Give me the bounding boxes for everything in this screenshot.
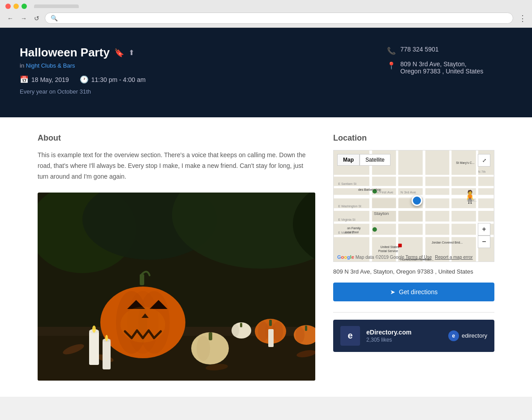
svg-rect-46 (334, 208, 493, 211)
edirectory-logo-icon: e (448, 330, 459, 341)
svg-text:St Mary's C...: St Mary's C... (456, 161, 474, 165)
event-header: Halloween Party 🔖 ⬆ in Night Clubs & Bar… (0, 28, 532, 117)
svg-rect-50 (334, 235, 493, 237)
edirectory-logo: e edirectory (448, 330, 487, 341)
event-title: Halloween Party (20, 46, 110, 60)
event-time: 🕐 11:30 pm - 4:00 am (80, 75, 146, 84)
svg-text:Jordan Covered Brid...: Jordan Covered Brid... (432, 241, 463, 244)
event-date: 📅 18 May, 2019 (20, 75, 69, 84)
about-text: This is example text for the overview se… (38, 150, 315, 182)
report-map-link[interactable]: Report a map error (435, 255, 472, 260)
svg-text:N 3rd Ave: N 3rd Ave (400, 190, 416, 194)
svg-rect-35 (89, 331, 99, 365)
svg-text:E Virginia St: E Virginia St (338, 218, 355, 222)
svg-text:E Washington St: E Washington St (338, 205, 361, 208)
content-right: Location (333, 133, 494, 381)
map-view-button[interactable]: Map (337, 154, 360, 166)
map-fullscreen-button[interactable]: ⤢ (478, 154, 490, 167)
map-footer: Google Map data ©2019 Google Terms of Us… (337, 254, 473, 260)
svg-rect-56 (372, 197, 396, 208)
map-zoom-controls: + − (478, 223, 490, 248)
svg-text:des Barber shop: des Barber shop (358, 188, 381, 192)
svg-point-40 (105, 335, 108, 341)
svg-text:United States: United States (381, 245, 399, 249)
search-icon: 🔍 (51, 15, 58, 21)
location-section-title: Location (333, 133, 494, 143)
svg-rect-53 (423, 150, 425, 261)
directions-icon: ➤ (390, 288, 395, 296)
terms-link[interactable]: Terms of Use (405, 255, 432, 260)
svg-rect-48 (334, 186, 493, 188)
browser-tab[interactable] (34, 4, 79, 8)
svg-rect-59 (399, 211, 423, 222)
svg-rect-26 (140, 274, 144, 285)
svg-rect-52 (396, 150, 398, 261)
category-link[interactable]: Night Clubs & Bars (26, 62, 75, 69)
svg-point-37 (92, 326, 96, 333)
svg-point-42 (197, 336, 210, 361)
svg-point-69 (373, 227, 377, 232)
map-controls: Map Satellite (337, 154, 390, 166)
event-meta: 📅 18 May, 2019 🕐 11:30 pm - 4:00 am (20, 75, 387, 84)
event-image (38, 193, 315, 381)
minimize-dot[interactable] (13, 4, 19, 9)
location-icon: 📍 (387, 61, 396, 70)
svg-rect-43 (209, 332, 212, 340)
edirectory-name: eDirectory.com (366, 329, 442, 336)
svg-rect-22 (240, 323, 242, 327)
satellite-view-button[interactable]: Satellite (360, 154, 390, 166)
svg-rect-23 (268, 329, 274, 347)
svg-rect-47 (334, 222, 493, 224)
google-logo: Google (337, 254, 354, 260)
event-contact: 📞 778 324 5901 📍 809 N 3rd Ave, Stayton,… (387, 46, 512, 75)
svg-point-21 (232, 324, 239, 337)
event-phone: 📞 778 324 5901 (387, 46, 512, 55)
svg-point-18 (296, 327, 305, 343)
time-icon: 🕐 (80, 75, 89, 84)
about-section-title: About (38, 133, 315, 143)
event-info-left: Halloween Party 🔖 ⬆ in Night Clubs & Bar… (20, 46, 387, 95)
event-address: 📍 809 N 3rd Ave, Stayton, Oregon 97383 ,… (387, 60, 512, 75)
fullscreen-icon: ⤢ (482, 158, 486, 163)
phone-icon: 📞 (387, 47, 396, 55)
address-bar[interactable]: 🔍 (45, 13, 513, 24)
maximize-dot[interactable] (21, 4, 27, 9)
bookmark-icon[interactable]: 🔖 (114, 48, 124, 58)
zoom-in-button[interactable]: + (478, 223, 490, 236)
svg-rect-38 (103, 340, 111, 369)
close-dot[interactable] (5, 4, 11, 9)
edirectory-widget: e eDirectory.com 2,305 likes e edirector… (333, 320, 494, 352)
svg-rect-49 (334, 175, 493, 177)
svg-rect-16 (269, 320, 272, 326)
section-divider (333, 312, 494, 313)
edirectory-likes: 2,305 likes (366, 337, 442, 343)
svg-text:Stayton: Stayton (374, 211, 389, 216)
event-recurrence: Every year on October 31th (20, 88, 387, 95)
forward-button[interactable]: → (19, 14, 29, 23)
event-category: in Night Clubs & Bars (20, 62, 387, 69)
svg-point-15 (272, 321, 283, 341)
edirectory-icon: e (340, 326, 360, 346)
browser-menu-button[interactable]: ⋮ (519, 13, 527, 23)
reload-button[interactable]: ↺ (32, 14, 41, 23)
date-icon: 📅 (20, 75, 29, 84)
zoom-out-button[interactable]: − (478, 236, 490, 248)
map-pin (412, 195, 422, 206)
location-address: 809 N 3rd Ave, Stayton, Oregon 97383 , U… (333, 267, 494, 276)
svg-rect-19 (305, 326, 307, 331)
share-icon[interactable]: ⬆ (129, 48, 134, 57)
svg-text:E Santiam St: E Santiam St (338, 182, 356, 185)
svg-rect-51 (369, 150, 372, 261)
svg-point-34 (120, 307, 165, 343)
svg-rect-54 (449, 150, 451, 261)
svg-text:on Family: on Family (347, 227, 361, 230)
svg-text:Postal Service: Postal Service (378, 249, 398, 253)
svg-text:N 7th: N 7th (478, 170, 486, 173)
edirectory-info: eDirectory.com 2,305 likes (366, 329, 442, 343)
svg-text:iorial Pool: iorial Pool (345, 231, 359, 234)
map-container: N First Ave N 3rd Ave E Santiam St E Was… (333, 150, 494, 262)
street-view-person[interactable]: 🧍 (462, 189, 478, 204)
get-directions-button[interactable]: ➤ Get directions (333, 283, 494, 301)
back-button[interactable]: ← (5, 14, 15, 23)
content-left: About This is example text for the overv… (38, 133, 315, 381)
